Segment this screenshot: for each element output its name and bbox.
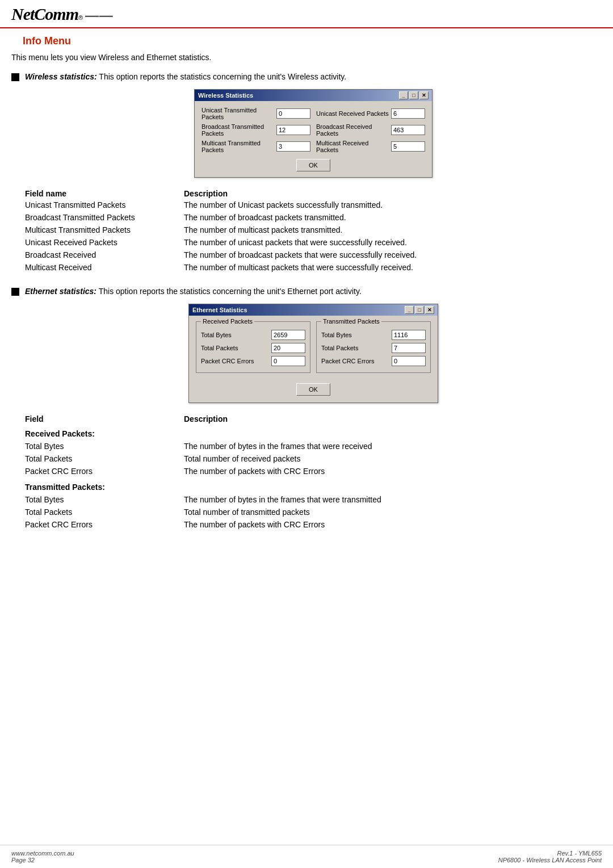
wl-label-multicast-rx: Multicast Received Packets — [316, 140, 391, 153]
logo-reg: ® — [78, 14, 83, 21]
eth-rx-packets-input[interactable] — [271, 343, 305, 353]
wireless-field-name: Broadcast Received — [25, 250, 184, 263]
wl-label-broadcast-rx: Broadcast Received Packets — [316, 123, 391, 137]
wl-label-multicast-tx: Multicast Transmitted Packets — [201, 140, 276, 153]
wireless-col-desc: Description — [184, 189, 602, 200]
ethernet-field-desc: The number of bytes in the frames that w… — [184, 495, 602, 508]
ethernet-field-desc: The number of bytes in the frames that w… — [184, 442, 602, 454]
wl-label-broadcast-tx: Broadcast Transmitted Packets — [201, 123, 276, 137]
wireless-ok-button[interactable]: OK — [296, 159, 330, 171]
minimize-button[interactable]: _ — [399, 91, 408, 99]
eth-tx-bytes-input[interactable] — [392, 330, 426, 340]
eth-minimize-button[interactable]: _ — [405, 306, 414, 314]
ethernet-field-name: Packet CRC Errors — [25, 467, 184, 479]
logo-dashes: — — — [85, 7, 111, 23]
eth-col-desc: Description — [184, 414, 602, 426]
eth-section-header: Transmitted Packets: — [25, 479, 602, 495]
ethernet-dialog-body: Received Packets Total Bytes Total Packe… — [189, 316, 438, 402]
eth-close-button[interactable]: ✕ — [425, 306, 434, 314]
maximize-button[interactable]: □ — [409, 91, 418, 99]
ethernet-dialog-title: Ethernet Statistics — [192, 307, 247, 313]
footer-product: NP6800 - Wireless LAN Access Point — [498, 857, 602, 863]
wl-label-unicast-rx: Unicast Received Packets — [316, 110, 391, 117]
ethernet-dialog-container: Ethernet Statistics _ □ ✕ Received Packe… — [25, 304, 602, 403]
wireless-label: Wireless statistics: — [25, 72, 97, 81]
ethernet-ok-row: OK — [196, 383, 431, 396]
ethernet-field-desc: The number of packets with CRC Errors — [184, 520, 602, 532]
wl-input-broadcast-rx[interactable] — [391, 125, 425, 135]
header: NetComm ® — — — [0, 0, 613, 28]
wireless-field-desc: The number of broadcast packets transmit… — [184, 213, 602, 225]
wireless-table-row: Broadcast ReceivedThe number of broadcas… — [25, 250, 602, 263]
wl-input-unicast-tx[interactable] — [276, 108, 310, 119]
wireless-ok-row: OK — [201, 159, 425, 171]
wireless-dialog-container: Wireless Statistics _ □ ✕ Unicast Transm… — [25, 89, 602, 178]
wl-input-multicast-tx[interactable] — [276, 141, 310, 152]
eth-tx-crc-input[interactable] — [392, 356, 426, 366]
wl-left-2: Broadcast Transmitted Packets — [201, 123, 310, 137]
ethernet-field-table: Field Description Received Packets:Total… — [25, 414, 602, 532]
wl-input-unicast-rx[interactable] — [391, 108, 425, 119]
eth-section-label: Received Packets: — [25, 426, 602, 442]
ethernet-field-name: Total Packets — [25, 508, 184, 520]
wireless-field-table: Field name Description Unicast Transmitt… — [25, 189, 602, 275]
ethernet-desc: This option reports the statistics conce… — [99, 287, 362, 296]
ethernet-table-row: Total PacketsTotal number of received pa… — [25, 454, 602, 467]
ethernet-titlebar: Ethernet Statistics _ □ ✕ — [189, 304, 438, 316]
wireless-field-desc: The number of broadcast packets that wer… — [184, 250, 602, 263]
ethernet-field-name: Total Bytes — [25, 442, 184, 454]
eth-col-field: Field — [25, 414, 184, 426]
wireless-dialog-title: Wireless Statistics — [198, 92, 253, 99]
logo: NetComm ® — — — [11, 5, 111, 24]
wireless-col-field: Field name — [25, 189, 184, 200]
ethernet-dialog-controls: _ □ ✕ — [405, 306, 434, 314]
ethernet-table-row: Packet CRC ErrorsThe number of packets w… — [25, 520, 602, 532]
eth-rx-crc-row: Packet CRC Errors — [201, 356, 305, 366]
ethernet-field-desc: Total number of transmitted packets — [184, 508, 602, 520]
eth-tx-packets-input[interactable] — [392, 343, 426, 353]
eth-maximize-button[interactable]: □ — [415, 306, 424, 314]
wireless-field-name: Broadcast Transmitted Packets — [25, 213, 184, 225]
wireless-desc: This option reports the statistics conce… — [99, 72, 346, 81]
eth-rx-crc-input[interactable] — [271, 356, 305, 366]
eth-tx-bytes-row: Total Bytes — [321, 330, 426, 340]
ethernet-ok-button[interactable]: OK — [296, 383, 330, 396]
wl-left-3: Multicast Transmitted Packets — [201, 140, 310, 153]
ethernet-table-row: Packet CRC ErrorsThe number of packets w… — [25, 467, 602, 479]
eth-rx-bytes-row: Total Bytes — [201, 330, 305, 340]
ethernet-field-name: Total Packets — [25, 454, 184, 467]
transmitted-legend: Transmitted Packets — [321, 318, 381, 325]
ethernet-dialog: Ethernet Statistics _ □ ✕ Received Packe… — [188, 304, 438, 403]
wireless-row-2: Broadcast Transmitted Packets Broadcast … — [201, 123, 425, 137]
eth-rx-bytes-input[interactable] — [271, 330, 305, 340]
bullet-icon-eth — [11, 288, 19, 296]
eth-tx-packets-label: Total Packets — [321, 345, 392, 351]
wireless-titlebar: Wireless Statistics _ □ ✕ — [195, 90, 432, 101]
wireless-content: Wireless statistics: This option reports… — [25, 72, 602, 275]
ethernet-field-name: Total Bytes — [25, 495, 184, 508]
wl-label-unicast-tx: Unicast Transmitted Packets — [201, 107, 276, 120]
ethernet-field-desc: The number of packets with CRC Errors — [184, 467, 602, 479]
ethernet-field-desc: Total number of received packets — [184, 454, 602, 467]
footer-page: Page 32 — [11, 857, 74, 863]
eth-section-header: Received Packets: — [25, 426, 602, 442]
eth-section-label: Transmitted Packets: — [25, 479, 602, 495]
wireless-field-desc: The number of multicast packets that wer… — [184, 263, 602, 275]
wireless-table-row: Multicast ReceivedThe number of multicas… — [25, 263, 602, 275]
close-button[interactable]: ✕ — [419, 91, 429, 99]
wl-right-2: Broadcast Received Packets — [316, 123, 425, 137]
wl-input-broadcast-tx[interactable] — [276, 125, 310, 135]
eth-tx-packets-row: Total Packets — [321, 343, 426, 353]
wl-input-multicast-rx[interactable] — [391, 141, 425, 152]
eth-tx-bytes-label: Total Bytes — [321, 332, 392, 338]
ethernet-field-name: Packet CRC Errors — [25, 520, 184, 532]
wireless-table-row: Multicast Transmitted PacketsThe number … — [25, 225, 602, 238]
bullet-icon — [11, 73, 19, 81]
transmitted-group: Transmitted Packets Total Bytes Total Pa… — [316, 321, 431, 373]
wireless-field-desc: The number of multicast packets transmit… — [184, 225, 602, 238]
wireless-table-row: Broadcast Transmitted PacketsThe number … — [25, 213, 602, 225]
footer-rev: Rev.1 - YML655 — [498, 850, 602, 857]
eth-rx-bytes-label: Total Bytes — [201, 332, 271, 338]
page-title: Info Menu — [23, 35, 590, 47]
footer-right: Rev.1 - YML655 NP6800 - Wireless LAN Acc… — [498, 850, 602, 863]
